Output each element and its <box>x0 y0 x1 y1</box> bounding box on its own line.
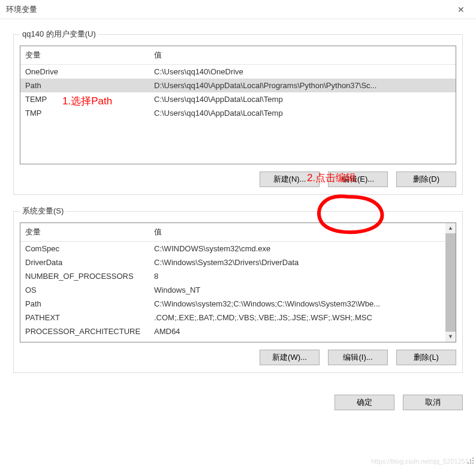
cell-val: D:\Users\qq140\AppData\Local\Programs\Py… <box>149 79 456 92</box>
cancel-button[interactable]: 取消 <box>403 395 463 410</box>
svg-rect-1 <box>470 460 471 461</box>
cell-var: TMP <box>20 106 149 120</box>
cell-val: C:\Users\qq140\OneDrive <box>149 65 456 79</box>
user-variables-group: qq140 的用户变量(U) 变量 值 OneDrive C:\Users\qq… <box>13 29 463 195</box>
cell-var: ComSpec <box>20 242 149 255</box>
new-system-var-button[interactable]: 新建(W)... <box>260 350 320 365</box>
window-title: 环境变量 <box>6 4 37 15</box>
cell-var: OS <box>20 283 149 297</box>
header-variable[interactable]: 变量 <box>20 223 149 241</box>
cell-val: C:\Users\qq140\AppData\Local\Temp <box>149 106 456 120</box>
table-row[interactable]: OS Windows_NT <box>20 283 456 297</box>
cell-val: C:\WINDOWS\system32\cmd.exe <box>149 242 456 255</box>
svg-rect-2 <box>472 460 474 461</box>
edit-system-var-button[interactable]: 编辑(I)... <box>328 350 388 365</box>
system-vars-buttons: 新建(W)... 编辑(I)... 删除(L) <box>20 350 456 365</box>
table-header: 变量 值 <box>20 223 456 242</box>
user-vars-buttons: 新建(N)... 编辑(E)... 删除(D) <box>20 172 456 187</box>
close-icon[interactable]: ✕ <box>452 5 470 14</box>
user-vars-table[interactable]: 变量 值 OneDrive C:\Users\qq140\OneDrive Pa… <box>20 46 456 164</box>
table-row[interactable]: NUMBER_OF_PROCESSORS 8 <box>20 269 456 283</box>
dialog-buttons: 确定 取消 <box>0 390 476 410</box>
scroll-down-icon[interactable]: ▼ <box>445 332 456 342</box>
system-vars-table[interactable]: 变量 值 ComSpec C:\WINDOWS\system32\cmd.exe… <box>20 223 456 342</box>
dialog-content: qq140 的用户变量(U) 变量 值 OneDrive C:\Users\qq… <box>0 19 476 390</box>
cell-var: DriverData <box>20 255 149 269</box>
cell-var: TEMP <box>20 92 149 106</box>
system-variables-group: 系统变量(S) 变量 值 ComSpec C:\WINDOWS\system32… <box>13 206 463 373</box>
cell-val: C:\Users\qq140\AppData\Local\Temp <box>149 92 456 106</box>
new-user-var-button[interactable]: 新建(N)... <box>260 172 320 187</box>
resize-grip-icon[interactable] <box>468 458 475 465</box>
scrollbar[interactable]: ▲ ▼ <box>445 223 456 342</box>
svg-rect-5 <box>472 462 474 464</box>
cell-var: Path <box>20 297 149 311</box>
table-row[interactable]: Path C:\Windows\system32;C:\Windows;C:\W… <box>20 297 456 311</box>
ok-button[interactable]: 确定 <box>335 395 394 410</box>
cell-val: C:\Windows\System32\Drivers\DriverData <box>149 255 456 269</box>
scroll-up-icon[interactable]: ▲ <box>445 223 456 233</box>
cell-val: .COM;.EXE;.BAT;.CMD;.VBS;.VBE;.JS;.JSE;.… <box>149 311 456 324</box>
cell-var: PATHEXT <box>20 311 149 324</box>
cell-val: AMD64 <box>149 324 456 338</box>
table-row[interactable]: PROCESSOR_ARCHITECTURE AMD64 <box>20 324 456 338</box>
table-row[interactable]: TMP C:\Users\qq140\AppData\Local\Temp <box>20 106 456 120</box>
edit-user-var-button[interactable]: 编辑(E)... <box>328 172 388 187</box>
watermark: https://blog.csdn.net/qq_52012511 <box>371 458 472 465</box>
user-vars-legend: qq140 的用户变量(U) <box>20 29 98 40</box>
header-value[interactable]: 值 <box>149 46 456 64</box>
table-row[interactable]: Path D:\Users\qq140\AppData\Local\Progra… <box>20 79 456 92</box>
system-vars-legend: 系统变量(S) <box>20 206 66 217</box>
cell-var: Path <box>20 79 149 92</box>
cell-var: NUMBER_OF_PROCESSORS <box>20 269 149 283</box>
table-row[interactable]: TEMP C:\Users\qq140\AppData\Local\Temp <box>20 92 456 106</box>
svg-rect-4 <box>470 462 471 464</box>
table-header: 变量 值 <box>20 46 456 65</box>
titlebar: 环境变量 ✕ <box>0 0 476 19</box>
svg-rect-0 <box>472 458 474 459</box>
table-row[interactable]: DriverData C:\Windows\System32\Drivers\D… <box>20 255 456 269</box>
delete-user-var-button[interactable]: 删除(D) <box>396 172 456 187</box>
cell-val: Windows_NT <box>149 283 456 297</box>
cell-val: 8 <box>149 269 456 283</box>
table-row[interactable]: PATHEXT .COM;.EXE;.BAT;.CMD;.VBS;.VBE;.J… <box>20 311 456 324</box>
cell-val: C:\Windows\system32;C:\Windows;C:\Window… <box>149 297 456 311</box>
delete-system-var-button[interactable]: 删除(L) <box>396 350 456 365</box>
header-value[interactable]: 值 <box>149 223 456 241</box>
svg-rect-3 <box>468 462 469 464</box>
table-row[interactable]: OneDrive C:\Users\qq140\OneDrive <box>20 65 456 79</box>
header-variable[interactable]: 变量 <box>20 46 149 64</box>
table-row[interactable]: ComSpec C:\WINDOWS\system32\cmd.exe <box>20 242 456 255</box>
cell-var: OneDrive <box>20 65 149 79</box>
cell-var: PROCESSOR_ARCHITECTURE <box>20 324 149 338</box>
scroll-thumb[interactable] <box>445 233 456 332</box>
